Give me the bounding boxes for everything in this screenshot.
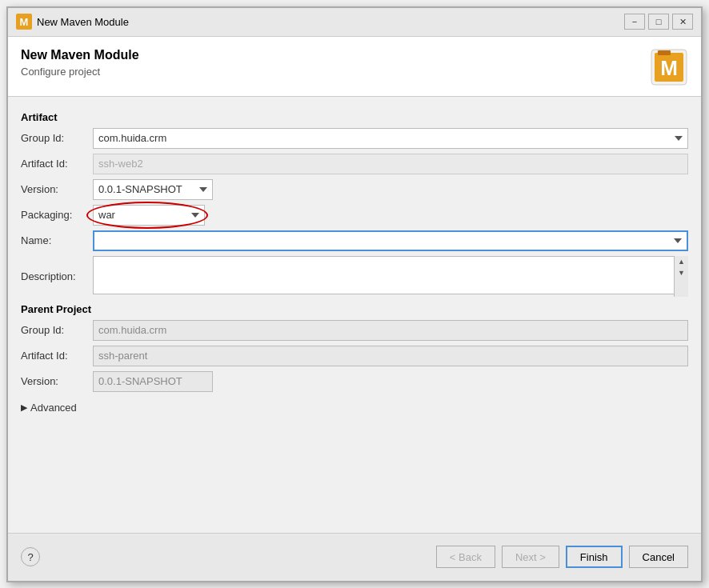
version-combo[interactable]: 0.0.1-SNAPSHOT	[93, 179, 213, 200]
maven-header-icon: M	[650, 48, 688, 86]
back-button[interactable]: < Back	[436, 546, 495, 568]
dialog-window: M New Maven Module − □ ✕ New Maven Modul…	[6, 6, 703, 582]
header-area: New Maven Module Configure project M	[8, 37, 701, 97]
parent-version-row: Version: 0.0.1-SNAPSHOT	[21, 371, 688, 392]
advanced-row[interactable]: ▶ Advanced	[21, 398, 688, 417]
parent-group-id-label: Group Id:	[21, 324, 93, 336]
packaging-combo-wrapper: war jar pom ear ejb	[93, 205, 205, 226]
description-label: Description:	[21, 270, 93, 282]
help-button[interactable]: ?	[21, 547, 40, 566]
title-bar-controls: − □ ✕	[624, 14, 693, 30]
parent-artifact-id-field: ssh-parent	[93, 346, 688, 366]
title-bar-left: M New Maven Module	[16, 14, 129, 30]
version-row: Version: 0.0.1-SNAPSHOT	[21, 179, 688, 200]
finish-button[interactable]: Finish	[566, 546, 623, 568]
svg-rect-5	[658, 50, 671, 55]
name-combo[interactable]	[93, 230, 688, 251]
group-id-row: Group Id: com.huida.crm	[21, 128, 688, 149]
group-id-field: com.huida.crm	[93, 128, 688, 149]
content-area: Artifact Group Id: com.huida.crm Artifac…	[8, 97, 701, 533]
description-scrollbar: ▲ ▼	[674, 256, 688, 297]
name-label: Name:	[21, 234, 93, 246]
advanced-arrow-icon: ▶	[21, 402, 27, 413]
name-field	[93, 230, 688, 251]
packaging-combo[interactable]: war jar pom ear ejb	[93, 205, 205, 226]
name-row: Name:	[21, 230, 688, 251]
scroll-down-arrow[interactable]: ▼	[678, 267, 685, 278]
description-input[interactable]	[93, 256, 688, 294]
description-row: Description: ▲ ▼	[21, 256, 688, 297]
title-bar: M New Maven Module − □ ✕	[8, 8, 701, 37]
svg-text:M: M	[660, 56, 678, 80]
artifact-section-label: Artifact	[21, 111, 688, 123]
parent-group-id-row: Group Id: com.huida.crm	[21, 320, 688, 341]
footer: ? < Back Next > Finish Cancel	[8, 533, 701, 581]
parent-version-combo[interactable]: 0.0.1-SNAPSHOT	[93, 371, 213, 392]
parent-version-label: Version:	[21, 375, 93, 387]
artifact-id-combo[interactable]: ssh-web2	[93, 154, 688, 174]
artifact-id-label: Artifact Id:	[21, 158, 93, 170]
footer-left: ?	[21, 547, 40, 566]
advanced-label: Advanced	[30, 402, 77, 414]
artifact-id-field: ssh-web2	[93, 154, 688, 174]
scroll-up-arrow[interactable]: ▲	[678, 256, 685, 267]
packaging-row: Packaging: war jar pom ear ejb	[21, 205, 688, 226]
footer-right: < Back Next > Finish Cancel	[436, 546, 688, 568]
title-bar-text: New Maven Module	[37, 16, 129, 28]
close-button[interactable]: ✕	[672, 14, 693, 30]
version-label: Version:	[21, 183, 93, 195]
parent-artifact-id-row: Artifact Id: ssh-parent	[21, 346, 688, 366]
group-id-combo[interactable]: com.huida.crm	[93, 128, 688, 149]
minimize-button[interactable]: −	[624, 14, 645, 30]
next-button[interactable]: Next >	[502, 546, 559, 568]
header-title: New Maven Module	[21, 48, 139, 62]
header-subtitle: Configure project	[21, 66, 139, 78]
parent-group-id-field: com.huida.crm	[93, 320, 688, 341]
title-bar-maven-icon: M	[16, 14, 32, 30]
packaging-label: Packaging:	[21, 209, 93, 221]
header-text: New Maven Module Configure project	[21, 48, 139, 78]
cancel-button[interactable]: Cancel	[629, 546, 688, 568]
parent-artifact-id-combo[interactable]: ssh-parent	[93, 346, 688, 366]
parent-artifact-id-label: Artifact Id:	[21, 350, 93, 362]
maximize-button[interactable]: □	[648, 14, 669, 30]
svg-text:M: M	[20, 16, 29, 28]
artifact-id-row: Artifact Id: ssh-web2	[21, 154, 688, 174]
description-field: ▲ ▼	[93, 256, 688, 297]
parent-section-label: Parent Project	[21, 303, 688, 315]
group-id-label: Group Id:	[21, 132, 93, 144]
parent-group-id-combo[interactable]: com.huida.crm	[93, 320, 688, 341]
